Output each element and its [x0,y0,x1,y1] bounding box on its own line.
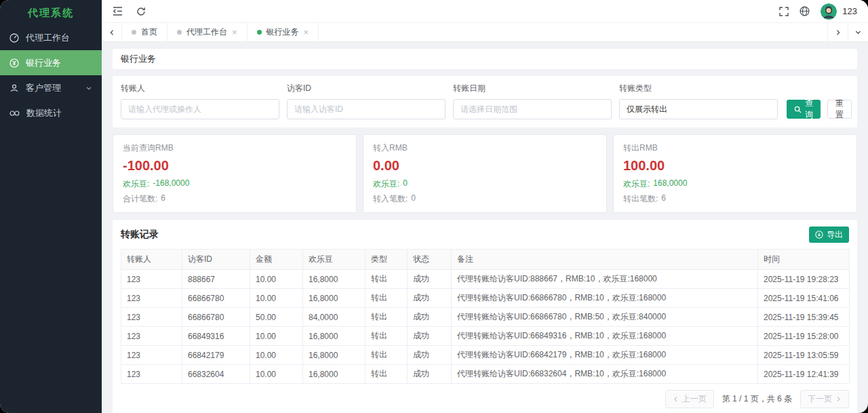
sidebar-item-data-statistics[interactable]: 数据统计 [0,100,102,125]
tab-status-dot [132,30,136,35]
sidebar-menu: 代理工作台 银行业务 客户管理 [0,25,102,125]
filter-transfer-date: 转账日期 [453,83,612,119]
date-range-input[interactable] [453,99,612,119]
sidebar-item-label: 银行业务 [26,57,61,69]
tab-status-dot [177,30,182,35]
stat-beans: 欢乐豆: -168,0000 [123,178,347,190]
export-button-label: 导出 [827,229,843,241]
tab-label: 首页 [141,26,157,38]
stat-count-label: 合计笔数: [123,193,157,205]
records-header-row: 转账人 访客ID 金额 欢乐豆 类型 状态 备注 时间 [121,250,850,270]
dashboard-icon [9,33,19,43]
field-label: 转账人 [121,83,279,94]
sidebar-item-customer-management[interactable]: 客户管理 [0,75,102,100]
field-label: 转账类型 [619,83,778,94]
sidebar-item-label: 数据统计 [26,107,62,119]
pagination: 上一页 第 1 / 1 页，共 6 条 下一页 [121,390,849,408]
topbar: 123 [102,0,868,22]
table-row: 12388866710.0016,8000转出成功代理转账给访客UID:8886… [121,270,850,289]
close-icon[interactable]: × [232,28,237,37]
menu-fold-icon[interactable] [113,7,123,16]
records-table: 转账人 访客ID 金额 欢乐豆 类型 状态 备注 时间 12388866710. [121,249,850,384]
search-button[interactable]: 查询 [787,100,821,119]
tab-status-dot [257,30,262,35]
records-header: 转账记录 导出 [121,227,849,243]
stat-beans-value: 0 [403,178,408,190]
search-button-label: 查询 [805,98,813,121]
reset-button-label: 重置 [835,98,844,121]
filter-transferor: 转账人 [121,83,279,119]
column-header: 备注 [452,250,758,270]
column-header: 金额 [250,250,303,270]
table-row: 1236686678010.0016,8000转出成功代理转账给访客UID:66… [121,289,850,308]
table-row: 1236684931610.0016,8000转出成功代理转账给访客UID:66… [121,327,850,346]
column-header: 访客ID [182,250,250,270]
visitor-id-input[interactable] [287,99,446,119]
tab-home[interactable]: 首页 [122,23,167,41]
fullscreen-icon[interactable] [779,7,789,16]
stat-card-current-query: 当前查询RMB -100.00 欢乐豆: -168,0000 合计笔数: 6 [113,134,357,213]
tabs-menu-chevron-down-icon[interactable] [848,23,868,41]
user-menu[interactable]: 123 [821,3,857,20]
column-header: 转账人 [121,250,182,270]
stat-count: 转出笔数: 6 [623,193,847,205]
stat-label: 转入RMB [373,142,597,154]
filter-buttons: 查询 重置 [787,100,852,119]
reset-button[interactable]: 重置 [827,100,852,119]
tabbar: 首页 代理工作台 × 银行业务 × [102,22,868,42]
sidebar-item-agent-workbench[interactable]: 代理工作台 [0,25,102,50]
page-content: 银行业务 转账人 访客ID 转账日期 转账类型 [102,42,868,413]
sidebar-item-label: 代理工作台 [26,32,70,44]
export-button[interactable]: 导出 [809,227,849,243]
sidebar-item-label: 客户管理 [26,82,61,94]
transfer-records-panel: 转账记录 导出 转账人 [113,220,857,413]
stat-count: 转入笔数: 0 [373,193,597,205]
stat-card-transfer-out: 转出RMB 100.00 欢乐豆: 168,0000 转出笔数: 6 [613,134,857,213]
next-page-button[interactable]: 下一页 [800,390,849,408]
pagination-info: 第 1 / 1 页，共 6 条 [722,393,792,405]
prev-page-button[interactable]: 上一页 [665,390,714,408]
tab-bank-business[interactable]: 银行业务 × [248,23,319,41]
stat-value: -100.00 [123,158,347,174]
topbar-right: 123 [779,3,857,20]
bank-icon [9,58,19,68]
tab-label: 银行业务 [267,26,299,38]
stat-beans-label: 欢乐豆: [623,178,650,190]
stat-beans-value: -168,0000 [153,178,189,190]
stat-count-value: 0 [411,193,416,205]
tab-agent-workbench[interactable]: 代理工作台 × [167,23,248,41]
field-label: 转账日期 [453,83,612,94]
tabs-scroll-right-icon[interactable] [827,23,848,41]
column-header: 类型 [366,250,408,270]
tabs-scroll-left-icon[interactable] [102,23,122,41]
transferor-input[interactable] [121,99,279,119]
stat-count-value: 6 [661,193,666,205]
table-row: 1236683260410.0016,8000转出成功代理转账给访客UID:66… [121,365,850,384]
next-page-label: 下一页 [808,393,832,405]
column-header: 欢乐豆 [303,250,366,270]
records-title: 转账记录 [121,229,159,241]
search-icon [794,106,802,113]
stat-beans-value: 168,0000 [653,178,687,190]
table-row: 1236684217910.0016,8000转出成功代理转账给访客UID:66… [121,346,850,365]
stat-beans: 欢乐豆: 168,0000 [623,178,847,190]
main-area: 123 首页 代理工作台 × 银行业务 × [102,0,868,413]
close-icon[interactable]: × [304,28,309,37]
transfer-type-select[interactable] [619,99,778,119]
field-label: 访客ID [287,83,446,94]
filter-panel: 转账人 访客ID 转账日期 转账类型 [113,76,857,127]
table-row: 1236686678050.0084,0000转出成功代理转账给访客UID:66… [121,308,850,327]
stat-card-transfer-in: 转入RMB 0.00 欢乐豆: 0 转入笔数: 0 [363,134,607,213]
prev-page-label: 上一页 [682,393,707,405]
stat-count-label: 转出笔数: [623,193,658,205]
tabbar-spacer [319,23,827,41]
stat-beans-label: 欢乐豆: [123,178,149,190]
stat-value: 100.00 [623,158,847,174]
refresh-icon[interactable] [136,7,146,16]
language-globe-icon[interactable] [800,6,810,16]
username: 123 [842,6,857,16]
stats-icon [9,110,20,117]
avatar [821,3,837,20]
users-icon [9,83,19,93]
sidebar-item-bank-business[interactable]: 银行业务 [0,50,102,75]
